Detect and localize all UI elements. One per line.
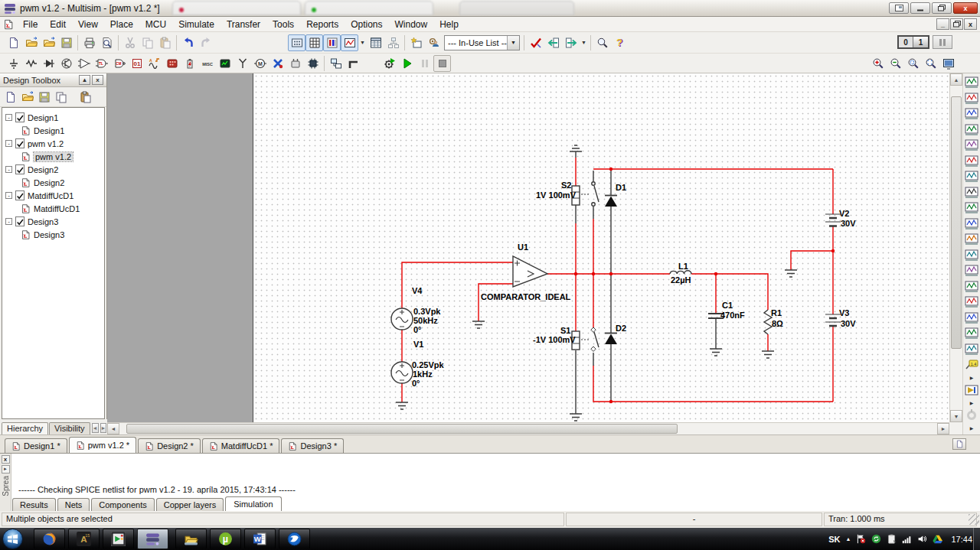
- tree-sheet-design2[interactable]: Design2: [2, 176, 104, 189]
- menu-view[interactable]: View: [72, 18, 104, 31]
- place-power-button[interactable]: [181, 55, 198, 72]
- stop-button[interactable]: [433, 55, 451, 72]
- show-desktop-button[interactable]: [973, 528, 980, 550]
- start-button[interactable]: [2, 529, 23, 549]
- show-grid-button[interactable]: [305, 34, 323, 51]
- zoom-area-button[interactable]: [904, 55, 922, 72]
- doc-tab-design2[interactable]: Design2 *: [138, 438, 201, 453]
- hierarchical-block-button[interactable]: [327, 55, 345, 72]
- spectrum-analyzer-icon[interactable]: [965, 265, 978, 277]
- menu-window[interactable]: Window: [389, 18, 434, 31]
- measurement-probe-icon[interactable]: [965, 359, 978, 371]
- open-sample-button[interactable]: [40, 34, 57, 51]
- new-design-icon[interactable]: [5, 91, 17, 103]
- expander-icon[interactable]: -: [5, 166, 12, 173]
- wattmeter-icon[interactable]: [965, 108, 978, 120]
- checkbox-checked-icon[interactable]: [15, 164, 24, 174]
- panel-rollup-button[interactable]: ▴: [79, 75, 90, 85]
- oscilloscope-icon[interactable]: [965, 124, 978, 136]
- tree-sheet-design1[interactable]: Design1: [2, 124, 104, 137]
- tab-copper-layers[interactable]: Copper layers: [156, 498, 224, 511]
- hidden-icons-arrow[interactable]: ▲: [846, 536, 851, 542]
- logic-analyzer-icon[interactable]: [965, 202, 978, 214]
- find-button[interactable]: [593, 34, 611, 51]
- google-drive-icon[interactable]: [933, 534, 942, 544]
- print-preview-button[interactable]: [98, 34, 116, 51]
- taskbar-autocad[interactable]: [68, 529, 100, 549]
- distortion-analyzer-icon[interactable]: [965, 249, 978, 262]
- menu-options[interactable]: Options: [345, 18, 388, 31]
- measurement-probe-dropdown[interactable]: ▶: [968, 375, 975, 382]
- place-ttl-button[interactable]: [93, 55, 110, 72]
- undo-button[interactable]: [179, 34, 197, 51]
- cut-button[interactable]: [121, 34, 139, 51]
- full-screen-button[interactable]: [939, 55, 957, 72]
- place-digital-misc-button[interactable]: [128, 55, 145, 72]
- zoom-in-button[interactable]: [869, 55, 887, 72]
- database-manager-button[interactable]: [425, 34, 443, 51]
- vertical-scroll-thumb[interactable]: [951, 96, 962, 349]
- iv-analyzer-icon[interactable]: [965, 233, 978, 246]
- tab-results[interactable]: Results: [12, 498, 56, 511]
- forward-annotate-dropdown[interactable]: ▼: [580, 34, 588, 51]
- zoom-fit-button[interactable]: [922, 55, 939, 72]
- show-border-button[interactable]: [323, 34, 341, 51]
- place-mixed-button[interactable]: [145, 55, 163, 72]
- checkbox-checked-icon[interactable]: [15, 190, 24, 200]
- expander-icon[interactable]: -: [5, 140, 12, 147]
- doc-tab-pwm-v12[interactable]: pwm v1.2 *: [69, 437, 136, 453]
- pause-button[interactable]: [416, 55, 433, 72]
- labview-instrument-icon[interactable]: [965, 384, 978, 396]
- place-transistor-button[interactable]: [57, 55, 75, 72]
- place-advanced-peripherals-button[interactable]: [216, 55, 234, 72]
- scroll-up-button[interactable]: ▲: [950, 73, 962, 86]
- labview-instrument-dropdown[interactable]: ▶: [968, 400, 975, 407]
- save-button[interactable]: [57, 34, 75, 51]
- checkbox-checked-icon[interactable]: [15, 112, 24, 122]
- tree-node-matdiffucd1[interactable]: - MatdiffUcD1: [2, 189, 104, 202]
- close-design-icon[interactable]: [55, 91, 67, 103]
- clipboard-icon[interactable]: [887, 534, 897, 544]
- agilent-oscilloscope-icon[interactable]: [965, 327, 978, 340]
- mdi-restore-button[interactable]: [950, 18, 963, 30]
- menu-edit[interactable]: Edit: [44, 18, 72, 31]
- resize-grip[interactable]: [969, 514, 979, 525]
- new-button[interactable]: [5, 34, 22, 51]
- electrical-rules-check-button[interactable]: [527, 34, 544, 51]
- checkbox-checked-icon[interactable]: [15, 138, 24, 148]
- place-indicator-button[interactable]: [163, 55, 181, 72]
- minimize-button[interactable]: [910, 2, 930, 14]
- snippets-icon[interactable]: [80, 91, 92, 103]
- spreadsheet-view-button[interactable]: [367, 34, 384, 51]
- menu-mcu[interactable]: MCU: [139, 18, 172, 31]
- word-generator-icon[interactable]: [965, 187, 978, 199]
- network-analyzer-icon[interactable]: [965, 281, 978, 293]
- tab-components[interactable]: Components: [91, 498, 154, 511]
- open-button[interactable]: [22, 34, 40, 51]
- menu-file[interactable]: File: [17, 18, 44, 31]
- taskbar-labview[interactable]: [103, 529, 134, 549]
- taskbar-utorrent[interactable]: [210, 529, 241, 549]
- run-stop-switch[interactable]: 0 1: [897, 35, 929, 49]
- multimeter-icon[interactable]: [965, 76, 978, 89]
- sync-icon[interactable]: [871, 534, 881, 544]
- tab-list-button[interactable]: [952, 438, 966, 450]
- place-basic-button[interactable]: [22, 55, 40, 72]
- place-mcu-button[interactable]: [304, 55, 322, 72]
- tabs-scroll-left[interactable]: ◄: [92, 423, 99, 433]
- tree-sheet-design3[interactable]: Design3: [2, 228, 104, 241]
- show-breadboard-button[interactable]: [288, 34, 305, 51]
- four-channel-oscilloscope-icon[interactable]: [965, 139, 978, 151]
- place-cmos-button[interactable]: [110, 55, 128, 72]
- clock[interactable]: 17:44: [951, 535, 972, 544]
- spreadsheet-close-button[interactable]: x: [2, 455, 10, 464]
- place-ni-component-button[interactable]: [269, 55, 286, 72]
- paste-button[interactable]: [156, 34, 174, 51]
- tree-node-design2[interactable]: - Design2: [2, 163, 104, 176]
- horizontal-scrollbar[interactable]: ◄ ►: [107, 422, 949, 434]
- forward-annotate-button[interactable]: [562, 34, 580, 51]
- close-button[interactable]: x: [953, 2, 978, 14]
- tab-nets[interactable]: Nets: [57, 498, 90, 511]
- grapher-dropdown[interactable]: ▼: [358, 34, 367, 51]
- open-design-icon[interactable]: [21, 91, 34, 103]
